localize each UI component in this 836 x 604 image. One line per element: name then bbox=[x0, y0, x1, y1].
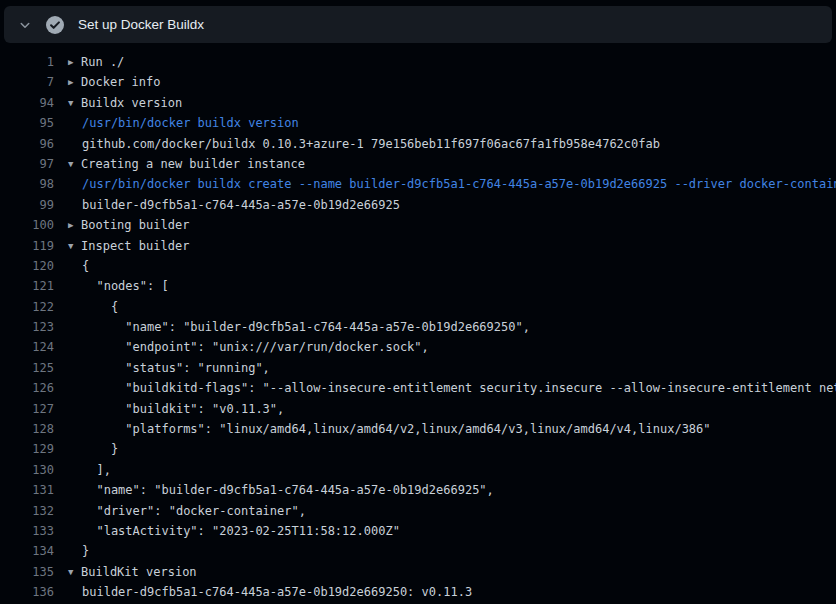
line-number[interactable]: 96 bbox=[0, 134, 54, 154]
log-group-row: 7▶Docker info bbox=[0, 72, 836, 92]
line-number[interactable]: 121 bbox=[0, 276, 54, 296]
log-line-row: 96github.com/docker/buildx 0.10.3+azure-… bbox=[0, 134, 836, 154]
output-text: builder-d9cfb5a1-c764-445a-a57e-0b19d2e6… bbox=[54, 195, 836, 215]
group-toggle[interactable]: ▶Run ./ bbox=[54, 52, 836, 72]
log-group-row: 94▼Buildx version bbox=[0, 93, 836, 113]
group-collapsed-icon[interactable]: ▶ bbox=[68, 215, 81, 235]
command-text: /usr/bin/docker buildx version bbox=[54, 113, 836, 133]
group-toggle[interactable]: ▶Docker info bbox=[54, 72, 836, 92]
output-text: "name": "builder-d9cfb5a1-c764-445a-a57e… bbox=[54, 317, 836, 337]
output-text: "nodes": [ bbox=[54, 276, 836, 296]
group-title: BuildKit version bbox=[81, 565, 197, 579]
log-line-row: 134} bbox=[0, 541, 836, 561]
line-number[interactable]: 124 bbox=[0, 337, 54, 357]
group-title: Docker info bbox=[81, 75, 160, 89]
log-line-row: 123 "name": "builder-d9cfb5a1-c764-445a-… bbox=[0, 317, 836, 337]
line-number[interactable]: 98 bbox=[0, 174, 54, 194]
line-number[interactable]: 127 bbox=[0, 399, 54, 419]
output-text: "buildkitd-flags": "--allow-insecure-ent… bbox=[54, 378, 836, 398]
output-text: "lastActivity": "2023-02-25T11:58:12.000… bbox=[54, 521, 836, 541]
line-number[interactable]: 126 bbox=[0, 378, 54, 398]
line-number[interactable]: 131 bbox=[0, 480, 54, 500]
output-text: { bbox=[54, 297, 836, 317]
chevron-down-icon[interactable] bbox=[18, 18, 32, 32]
group-toggle[interactable]: ▶Booting builder bbox=[54, 215, 836, 235]
output-text: builder-d9cfb5a1-c764-445a-a57e-0b19d2e6… bbox=[54, 582, 836, 602]
output-text: "name": "builder-d9cfb5a1-c764-445a-a57e… bbox=[54, 480, 836, 500]
group-title: Run ./ bbox=[81, 55, 124, 69]
group-title: Booting builder bbox=[81, 218, 189, 232]
line-number[interactable]: 132 bbox=[0, 501, 54, 521]
command-text: /usr/bin/docker buildx create --name bui… bbox=[54, 174, 836, 194]
log-line-row: 120{ bbox=[0, 256, 836, 276]
group-title: Buildx version bbox=[81, 96, 182, 110]
output-text: "status": "running", bbox=[54, 358, 836, 378]
log-line-row: 129 } bbox=[0, 439, 836, 459]
output-text: "endpoint": "unix:///var/run/docker.sock… bbox=[54, 337, 836, 357]
line-number[interactable]: 1 bbox=[0, 52, 54, 72]
line-number[interactable]: 119 bbox=[0, 236, 54, 256]
line-number[interactable]: 134 bbox=[0, 541, 54, 561]
line-number[interactable]: 125 bbox=[0, 358, 54, 378]
line-number[interactable]: 136 bbox=[0, 582, 54, 602]
line-number[interactable]: 130 bbox=[0, 460, 54, 480]
group-toggle[interactable]: ▼Inspect builder bbox=[54, 236, 836, 256]
log-line-row: 99builder-d9cfb5a1-c764-445a-a57e-0b19d2… bbox=[0, 195, 836, 215]
log-line-row: 133 "lastActivity": "2023-02-25T11:58:12… bbox=[0, 521, 836, 541]
output-text: "driver": "docker-container", bbox=[54, 501, 836, 521]
output-text: github.com/docker/buildx 0.10.3+azure-1 … bbox=[54, 134, 836, 154]
log-line-row: 122 { bbox=[0, 297, 836, 317]
line-number[interactable]: 135 bbox=[0, 562, 54, 582]
group-expanded-icon[interactable]: ▼ bbox=[68, 93, 81, 113]
line-number[interactable]: 120 bbox=[0, 256, 54, 276]
check-circle-icon bbox=[46, 16, 64, 34]
log-group-row: 97▼Creating a new builder instance bbox=[0, 154, 836, 174]
line-number[interactable]: 123 bbox=[0, 317, 54, 337]
group-collapsed-icon[interactable]: ▶ bbox=[68, 72, 81, 92]
log-line-row: 131 "name": "builder-d9cfb5a1-c764-445a-… bbox=[0, 480, 836, 500]
log-line-row: 126 "buildkitd-flags": "--allow-insecure… bbox=[0, 378, 836, 398]
log-line-row: 130 ], bbox=[0, 460, 836, 480]
group-expanded-icon[interactable]: ▼ bbox=[68, 154, 81, 174]
log-line-row: 124 "endpoint": "unix:///var/run/docker.… bbox=[0, 337, 836, 357]
log-line-row: 121 "nodes": [ bbox=[0, 276, 836, 296]
group-title: Creating a new builder instance bbox=[81, 157, 305, 171]
output-text: "platforms": "linux/amd64,linux/amd64/v2… bbox=[54, 419, 836, 439]
line-number[interactable]: 95 bbox=[0, 113, 54, 133]
log-line-row: 136builder-d9cfb5a1-c764-445a-a57e-0b19d… bbox=[0, 582, 836, 602]
group-toggle[interactable]: ▼Creating a new builder instance bbox=[54, 154, 836, 174]
log-group-row: 135▼BuildKit version bbox=[0, 562, 836, 582]
group-title: Inspect builder bbox=[81, 239, 189, 253]
group-toggle[interactable]: ▼BuildKit version bbox=[54, 562, 836, 582]
line-number[interactable]: 128 bbox=[0, 419, 54, 439]
line-number[interactable]: 122 bbox=[0, 297, 54, 317]
line-number[interactable]: 100 bbox=[0, 215, 54, 235]
log-group-row: 119▼Inspect builder bbox=[0, 236, 836, 256]
log-group-row: 1▶Run ./ bbox=[0, 52, 836, 72]
log-line-row: 132 "driver": "docker-container", bbox=[0, 501, 836, 521]
line-number[interactable]: 133 bbox=[0, 521, 54, 541]
group-toggle[interactable]: ▼Buildx version bbox=[54, 93, 836, 113]
log-group-row: 100▶Booting builder bbox=[0, 215, 836, 235]
log-line-row: 127 "buildkit": "v0.11.3", bbox=[0, 399, 836, 419]
group-collapsed-icon[interactable]: ▶ bbox=[68, 52, 81, 72]
log-line-row: 98/usr/bin/docker buildx create --name b… bbox=[0, 174, 836, 194]
line-number[interactable]: 97 bbox=[0, 154, 54, 174]
log-line-row: 95/usr/bin/docker buildx version bbox=[0, 113, 836, 133]
line-number[interactable]: 7 bbox=[0, 72, 54, 92]
group-expanded-icon[interactable]: ▼ bbox=[68, 236, 81, 256]
output-text: } bbox=[54, 439, 836, 459]
line-number[interactable]: 99 bbox=[0, 195, 54, 215]
log-viewer: 1▶Run ./7▶Docker info94▼Buildx version95… bbox=[0, 52, 836, 603]
log-line-row: 128 "platforms": "linux/amd64,linux/amd6… bbox=[0, 419, 836, 439]
output-text: { bbox=[54, 256, 836, 276]
group-expanded-icon[interactable]: ▼ bbox=[68, 562, 81, 582]
log-line-row: 125 "status": "running", bbox=[0, 358, 836, 378]
step-header[interactable]: Set up Docker Buildx bbox=[4, 6, 832, 43]
line-number[interactable]: 129 bbox=[0, 439, 54, 459]
output-text: "buildkit": "v0.11.3", bbox=[54, 399, 836, 419]
line-number[interactable]: 94 bbox=[0, 93, 54, 113]
step-title: Set up Docker Buildx bbox=[78, 17, 204, 32]
output-text: } bbox=[54, 541, 836, 561]
output-text: ], bbox=[54, 460, 836, 480]
